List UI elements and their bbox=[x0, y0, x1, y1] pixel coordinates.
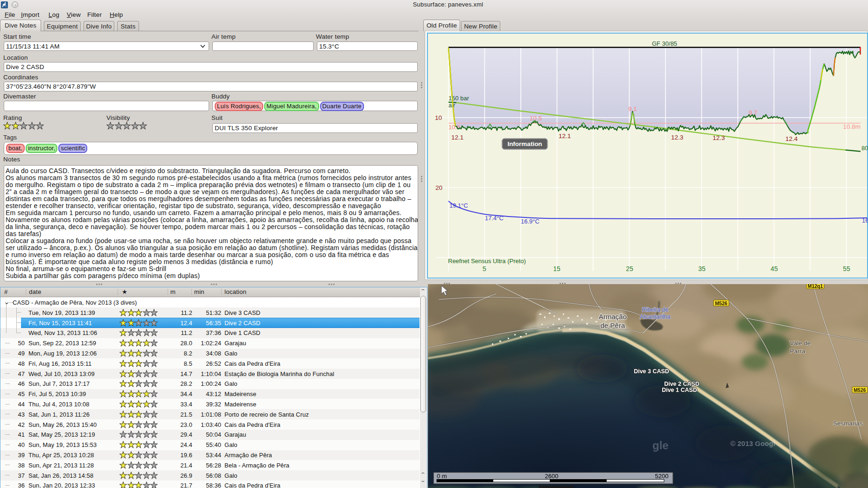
svg-text:Dive 2 CASD: Dive 2 CASD bbox=[664, 381, 700, 387]
svg-text:12.3: 12.3 bbox=[671, 134, 683, 141]
svg-text:19.1°C: 19.1°C bbox=[449, 202, 468, 209]
svg-text:16: 16 bbox=[862, 217, 868, 224]
svg-text:35: 35 bbox=[698, 265, 706, 272]
svg-text:Armação: Armação bbox=[599, 313, 627, 321]
svg-text:12.4: 12.4 bbox=[785, 135, 798, 142]
svg-text:M526: M526 bbox=[715, 300, 727, 306]
svg-text:Reefnet Sensus Ultra (Preto): Reefnet Sensus Ultra (Preto) bbox=[448, 258, 526, 265]
svg-text:Ribeira de: Ribeira de bbox=[642, 307, 669, 313]
svg-text:12.3: 12.3 bbox=[713, 134, 725, 141]
svg-text:9.7: 9.7 bbox=[749, 109, 757, 116]
svg-text:10: 10 bbox=[435, 114, 442, 121]
svg-text:GF 30/85: GF 30/85 bbox=[652, 40, 677, 47]
svg-text:Sesmarias: Sesmarias bbox=[833, 420, 863, 427]
svg-text:Vale de: Vale de bbox=[790, 340, 811, 347]
svg-text:80: 80 bbox=[861, 145, 868, 152]
svg-text:M526: M526 bbox=[854, 387, 866, 393]
svg-text:9.1: 9.1 bbox=[628, 105, 637, 112]
svg-text:55: 55 bbox=[843, 265, 850, 272]
svg-text:25: 25 bbox=[626, 265, 633, 272]
svg-text:45: 45 bbox=[770, 265, 778, 272]
svg-text:12.1: 12.1 bbox=[451, 134, 463, 141]
svg-text:10.6: 10.6 bbox=[448, 124, 460, 131]
svg-text:10.8m: 10.8m bbox=[843, 123, 861, 130]
svg-text:de Pêra: de Pêra bbox=[601, 321, 625, 329]
svg-text:5: 5 bbox=[483, 265, 486, 272]
svg-text:5200: 5200 bbox=[655, 473, 669, 480]
svg-text:Dive 1 CASD: Dive 1 CASD bbox=[662, 387, 697, 393]
svg-text:© 2013 Googl: © 2013 Googl bbox=[730, 439, 775, 447]
svg-text:Parra: Parra bbox=[790, 348, 805, 355]
svg-text:2600: 2600 bbox=[545, 473, 559, 480]
svg-text:M12q1: M12q1 bbox=[808, 284, 823, 289]
svg-text:Information: Information bbox=[507, 140, 542, 147]
svg-text:16.9°C: 16.9°C bbox=[521, 218, 539, 225]
svg-text:Dive 3 CASD: Dive 3 CASD bbox=[634, 368, 669, 375]
svg-text:17.4°C: 17.4°C bbox=[485, 215, 504, 222]
svg-text:gle: gle bbox=[652, 439, 669, 452]
svg-text:15: 15 bbox=[553, 265, 560, 272]
svg-text:air: air bbox=[448, 102, 455, 109]
svg-text:10.5: 10.5 bbox=[530, 115, 542, 122]
svg-text:12.1: 12.1 bbox=[559, 132, 571, 139]
svg-text:0 m: 0 m bbox=[437, 473, 447, 480]
svg-text:20: 20 bbox=[435, 184, 442, 191]
svg-text:Alcantarilha: Alcantarilha bbox=[640, 314, 670, 320]
